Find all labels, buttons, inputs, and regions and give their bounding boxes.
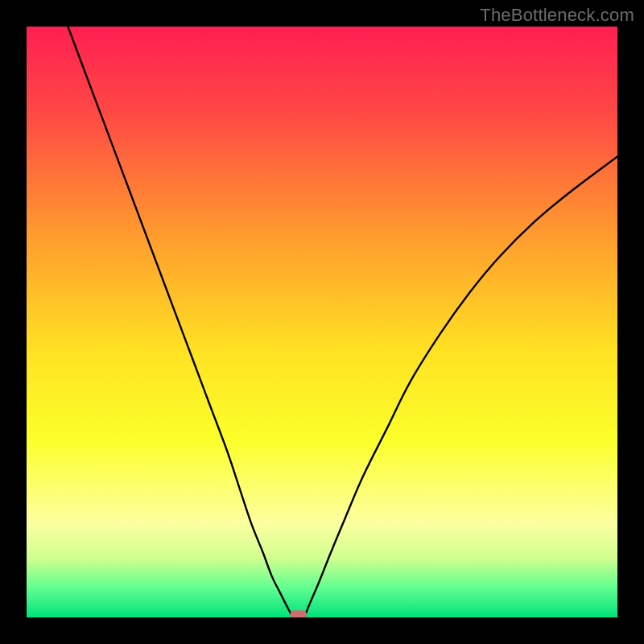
valley-marker	[290, 610, 307, 617]
chart-frame: TheBottleneck.com	[0, 0, 644, 644]
gradient-background	[27, 27, 617, 617]
chart-svg	[27, 27, 617, 617]
watermark-text: TheBottleneck.com	[480, 5, 634, 26]
chart-plot-area	[27, 27, 617, 617]
